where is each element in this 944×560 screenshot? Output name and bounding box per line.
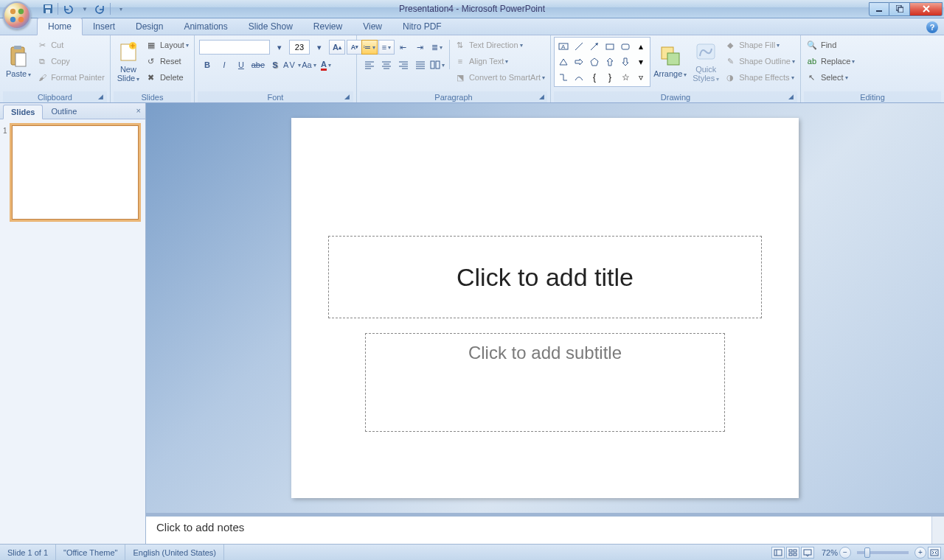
maximize-button[interactable] bbox=[889, 2, 910, 16]
qat-customize-icon[interactable]: ▾ bbox=[112, 1, 128, 16]
tab-view[interactable]: View bbox=[353, 18, 392, 35]
drawing-launcher-icon[interactable]: ◢ bbox=[787, 93, 796, 102]
shape-effects-button[interactable]: ◑Shape Effects▾ bbox=[722, 69, 797, 85]
tab-insert[interactable]: Insert bbox=[83, 18, 125, 35]
tab-nitropdf[interactable]: Nitro PDF bbox=[392, 18, 452, 35]
shape-star-icon[interactable]: ☆ bbox=[618, 70, 633, 85]
arrange-button[interactable]: Arrange▾ bbox=[650, 37, 690, 85]
zoom-value[interactable]: 72% bbox=[822, 548, 838, 557]
close-button[interactable] bbox=[910, 2, 943, 16]
reset-button[interactable]: ↺Reset bbox=[143, 53, 191, 69]
zoom-thumb[interactable] bbox=[864, 547, 870, 558]
notes-scrollbar[interactable] bbox=[931, 517, 944, 544]
paste-button[interactable]: Paste▾ bbox=[3, 37, 34, 85]
office-button[interactable] bbox=[3, 1, 31, 29]
shape-rbrace-icon[interactable]: } bbox=[603, 70, 617, 85]
columns-button[interactable]: ▾ bbox=[429, 57, 445, 72]
clipboard-launcher-icon[interactable]: ◢ bbox=[97, 93, 105, 102]
slide-thumbnail[interactable]: 1 bbox=[3, 125, 142, 220]
bullets-button[interactable]: ≔▾ bbox=[361, 40, 378, 55]
change-case-button[interactable]: Aa▾ bbox=[301, 57, 317, 72]
line-spacing-button[interactable]: ≣▾ bbox=[429, 40, 445, 55]
strike-button[interactable]: abe bbox=[250, 57, 266, 72]
tab-home[interactable]: Home bbox=[37, 18, 83, 35]
tab-animations[interactable]: Animations bbox=[173, 18, 237, 35]
font-size-input[interactable] bbox=[289, 40, 310, 55]
shape-rect-icon[interactable] bbox=[603, 39, 617, 54]
save-icon[interactable] bbox=[40, 1, 56, 16]
minimize-button[interactable] bbox=[869, 2, 889, 16]
tab-slideshow[interactable]: Slide Show bbox=[238, 18, 303, 35]
shapes-gallery[interactable]: A ▴ ▾ { } ☆ ▿ bbox=[554, 37, 650, 87]
delete-slide-button[interactable]: ✖Delete bbox=[143, 69, 191, 85]
shapes-scroll-down-icon[interactable]: ▾ bbox=[634, 55, 648, 69]
shape-line-icon[interactable] bbox=[572, 39, 586, 54]
zoom-slider[interactable] bbox=[857, 551, 909, 554]
shape-downarrow-icon[interactable] bbox=[618, 55, 633, 69]
shape-curve-icon[interactable] bbox=[572, 70, 586, 85]
undo-dropdown-icon[interactable]: ▼ bbox=[76, 1, 92, 16]
shape-elbow-icon[interactable] bbox=[556, 70, 571, 85]
shapes-scroll-up-icon[interactable]: ▴ bbox=[634, 39, 648, 54]
redo-icon[interactable] bbox=[92, 1, 108, 16]
copy-button[interactable]: ⧉Copy bbox=[34, 53, 107, 69]
font-name-dropdown-icon[interactable]: ▾ bbox=[271, 40, 288, 55]
bold-button[interactable]: B bbox=[199, 57, 215, 72]
font-size-dropdown-icon[interactable]: ▾ bbox=[311, 40, 327, 55]
zoom-fit-button[interactable] bbox=[928, 547, 941, 559]
status-theme[interactable]: "Office Theme" bbox=[56, 545, 125, 560]
view-sorter-button[interactable] bbox=[786, 547, 799, 559]
numbering-button[interactable]: ≡▾ bbox=[378, 40, 395, 55]
shadow-button[interactable]: S bbox=[267, 57, 283, 72]
font-launcher-icon[interactable]: ◢ bbox=[343, 93, 352, 102]
grow-font-button[interactable]: A▴ bbox=[329, 40, 345, 55]
layout-button[interactable]: ▦Layout▾ bbox=[143, 37, 191, 53]
quick-styles-button[interactable]: Quick Styles▾ bbox=[690, 37, 722, 85]
shape-uparrow-icon[interactable] bbox=[603, 55, 617, 69]
underline-button[interactable]: U bbox=[233, 57, 249, 72]
font-name-input[interactable] bbox=[199, 40, 270, 55]
zoom-in-button[interactable]: + bbox=[914, 547, 926, 559]
shape-fill-button[interactable]: ◆Shape Fill▾ bbox=[722, 37, 797, 53]
shape-lbrace-icon[interactable]: { bbox=[587, 70, 602, 85]
view-slideshow-button[interactable] bbox=[801, 547, 814, 559]
subtitle-placeholder[interactable]: Click to add subtitle bbox=[365, 333, 725, 432]
help-icon[interactable]: ? bbox=[926, 21, 938, 33]
view-normal-button[interactable] bbox=[771, 547, 785, 559]
pane-close-icon[interactable]: × bbox=[136, 106, 141, 115]
format-painter-button[interactable]: 🖌Format Painter bbox=[34, 69, 107, 85]
pane-tab-slides[interactable]: Slides bbox=[3, 105, 43, 119]
text-direction-button[interactable]: ⇅Text Direction▾ bbox=[452, 37, 547, 53]
decrease-indent-button[interactable]: ⇤ bbox=[395, 40, 412, 55]
replace-button[interactable]: abReplace▾ bbox=[804, 53, 857, 69]
paragraph-launcher-icon[interactable]: ◢ bbox=[537, 93, 546, 102]
align-center-button[interactable] bbox=[378, 57, 395, 72]
shape-roundrect-icon[interactable] bbox=[618, 39, 633, 54]
align-text-button[interactable]: ≡Align Text▾ bbox=[452, 53, 547, 69]
char-spacing-button[interactable]: AV▾ bbox=[284, 57, 300, 72]
tab-design[interactable]: Design bbox=[125, 18, 173, 35]
shape-rarrow-icon[interactable] bbox=[572, 55, 586, 69]
notes-pane[interactable]: Click to add notes bbox=[146, 516, 944, 544]
title-placeholder[interactable]: Click to add title bbox=[328, 236, 762, 318]
shape-textbox-icon[interactable]: A bbox=[556, 39, 571, 54]
undo-icon[interactable] bbox=[60, 1, 76, 16]
shapes-more-icon[interactable]: ▿ bbox=[634, 70, 648, 85]
shape-arrow-icon[interactable] bbox=[587, 39, 602, 54]
shape-outline-button[interactable]: ✎Shape Outline▾ bbox=[722, 53, 797, 69]
italic-button[interactable]: I bbox=[216, 57, 232, 72]
font-color-button[interactable]: A▾ bbox=[318, 57, 334, 72]
align-right-button[interactable] bbox=[395, 57, 412, 72]
pane-tab-outline[interactable]: Outline bbox=[43, 104, 85, 119]
status-language[interactable]: English (United States) bbox=[125, 545, 224, 560]
align-left-button[interactable] bbox=[361, 57, 378, 72]
convert-smartart-button[interactable]: ⬔Convert to SmartArt▾ bbox=[452, 69, 547, 85]
increase-indent-button[interactable]: ⇥ bbox=[412, 40, 428, 55]
cut-button[interactable]: ✂Cut bbox=[34, 37, 107, 53]
zoom-out-button[interactable]: − bbox=[839, 547, 851, 559]
shape-pentagon-icon[interactable] bbox=[587, 55, 602, 69]
slide-canvas[interactable]: Click to add title Click to add subtitle bbox=[291, 118, 799, 498]
status-slide[interactable]: Slide 1 of 1 bbox=[0, 545, 56, 560]
select-button[interactable]: ↖Select▾ bbox=[804, 69, 857, 85]
find-button[interactable]: 🔍Find bbox=[804, 37, 857, 53]
